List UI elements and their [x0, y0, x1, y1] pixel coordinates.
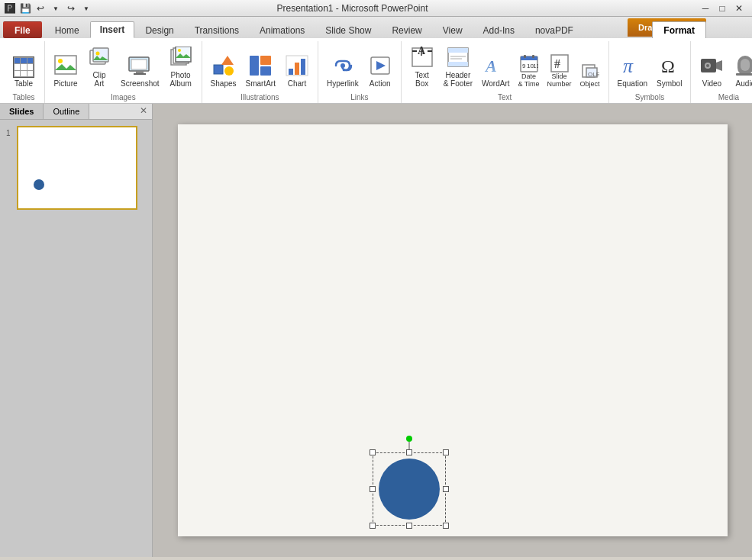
clip-art-button[interactable]: Clip Art [83, 43, 115, 90]
object-button[interactable]: OLE Object [576, 60, 604, 90]
picture-button[interactable]: Picture [50, 51, 82, 90]
customize-button[interactable]: ▼ [79, 2, 93, 15]
action-icon [368, 53, 392, 78]
video-icon [699, 53, 724, 78]
equation-button[interactable]: π Equation [614, 51, 651, 90]
screenshot-button[interactable]: Screenshot [117, 51, 163, 90]
svg-point-57 [706, 64, 709, 67]
undo-button[interactable]: ↩ [34, 2, 47, 15]
svg-text:#: # [554, 57, 560, 70]
svg-marker-55 [716, 60, 722, 71]
tab-nova-pdf[interactable]: novaPDF [525, 21, 583, 38]
table-button[interactable]: Table [8, 54, 40, 90]
slide-number-button[interactable]: # Slide Number [544, 52, 575, 90]
photo-album-button[interactable]: Photo Album [165, 43, 197, 90]
group-illustrations-label: Illustrations [207, 93, 313, 101]
audio-button[interactable]: Audio [729, 51, 752, 90]
save-button[interactable]: 💾 [18, 2, 32, 15]
group-images-label: Images [50, 93, 197, 101]
handle-middle-left[interactable] [370, 486, 376, 492]
word-art-button[interactable]: A WordArt [478, 51, 514, 90]
svg-point-26 [340, 63, 345, 68]
tab-view[interactable]: View [433, 21, 473, 38]
handle-bottom-middle[interactable] [406, 523, 412, 529]
equation-icon: π [620, 53, 644, 78]
slide-canvas[interactable] [178, 124, 728, 536]
panel-close-button[interactable]: ✕ [135, 104, 152, 119]
chart-icon [285, 53, 309, 78]
group-media-label: Media [696, 93, 752, 101]
slide-preview-1[interactable] [17, 126, 137, 210]
svg-rect-8 [131, 60, 147, 69]
tab-slide-show[interactable]: Slide Show [315, 21, 381, 38]
redo-button[interactable]: ↪ [64, 2, 78, 15]
quick-access-toolbar: 🅿 💾 ↩ ▼ ↪ ▼ [0, 0, 96, 17]
tab-add-ins[interactable]: Add-Ins [473, 21, 524, 38]
handle-bottom-left[interactable] [370, 523, 376, 529]
svg-rect-13 [176, 47, 191, 62]
shape-container[interactable] [373, 452, 446, 526]
text-box-icon: A [410, 45, 434, 69]
date-time-button[interactable]: 9 10 11 Date & Time [515, 52, 543, 90]
photo-album-icon [169, 45, 193, 69]
picture-icon [53, 53, 78, 78]
group-links: Hyperlink Action Links [318, 41, 402, 103]
slides-list: 1 [0, 120, 152, 557]
rotate-handle[interactable] [406, 436, 412, 442]
canvas-area[interactable] [153, 104, 752, 557]
svg-rect-21 [260, 66, 271, 76]
selection-border [373, 452, 446, 526]
hyperlink-button[interactable]: Hyperlink [323, 51, 363, 90]
svg-rect-25 [301, 59, 305, 75]
svg-rect-23 [289, 69, 293, 75]
handle-bottom-right[interactable] [443, 523, 449, 529]
tab-design[interactable]: Design [135, 21, 183, 38]
maximize-button[interactable]: □ [715, 2, 729, 15]
tab-animations[interactable]: Animations [250, 21, 315, 38]
minimize-button[interactable]: ─ [699, 2, 712, 15]
window-title: Presentation1 - Microsoft PowerPoint [6, 3, 699, 14]
action-button[interactable]: Action [364, 51, 396, 90]
undo-dropdown[interactable]: ▼ [49, 2, 63, 15]
handle-top-right[interactable] [443, 449, 449, 455]
svg-rect-60 [736, 73, 752, 76]
main-layout: Slides Outline ✕ 1 [0, 104, 752, 557]
group-tables-label: Tables [8, 93, 40, 101]
tab-home[interactable]: Home [45, 21, 89, 38]
tab-file[interactable]: File [3, 21, 42, 38]
outline-tab[interactable]: Outline [44, 104, 89, 119]
smart-art-button[interactable]: SmartArt [242, 51, 279, 90]
symbol-button[interactable]: Ω Symbol [653, 51, 686, 90]
video-button[interactable]: Video [696, 51, 728, 90]
svg-rect-20 [260, 56, 271, 65]
svg-rect-24 [295, 63, 299, 75]
svg-text:π: π [623, 55, 634, 77]
handle-top-middle[interactable] [406, 449, 412, 455]
handle-top-left[interactable] [370, 449, 376, 455]
group-symbols-label: Symbols [614, 93, 686, 101]
group-media: Video Audio Media [691, 41, 752, 103]
slide-thumbnail-1[interactable]: 1 [6, 126, 146, 210]
svg-rect-42 [524, 55, 526, 58]
svg-rect-36 [448, 62, 468, 66]
group-tables: Table Tables [3, 41, 45, 103]
tab-transitions[interactable]: Transitions [185, 21, 249, 38]
shapes-button[interactable]: Shapes [207, 51, 240, 90]
shapes-icon [211, 53, 236, 78]
close-button[interactable]: ✕ [732, 2, 746, 15]
handle-middle-right[interactable] [443, 486, 449, 492]
group-symbols: π Equation Ω Symbol Symbols [609, 41, 692, 103]
tab-review[interactable]: Review [382, 21, 431, 38]
slide-number-label: 1 [6, 126, 14, 210]
slides-tab[interactable]: Slides [0, 104, 44, 119]
tab-insert[interactable]: Insert [90, 21, 135, 38]
chart-button[interactable]: Chart [281, 51, 313, 90]
header-footer-button[interactable]: Header & Footer [440, 43, 476, 90]
svg-rect-0 [55, 56, 76, 74]
symbol-icon: Ω [657, 53, 682, 78]
svg-text:OLE: OLE [588, 71, 599, 78]
tab-format[interactable]: Format [652, 21, 706, 38]
svg-point-5 [96, 52, 100, 56]
text-box-button[interactable]: A Text Box [406, 43, 438, 90]
svg-rect-9 [136, 71, 144, 73]
